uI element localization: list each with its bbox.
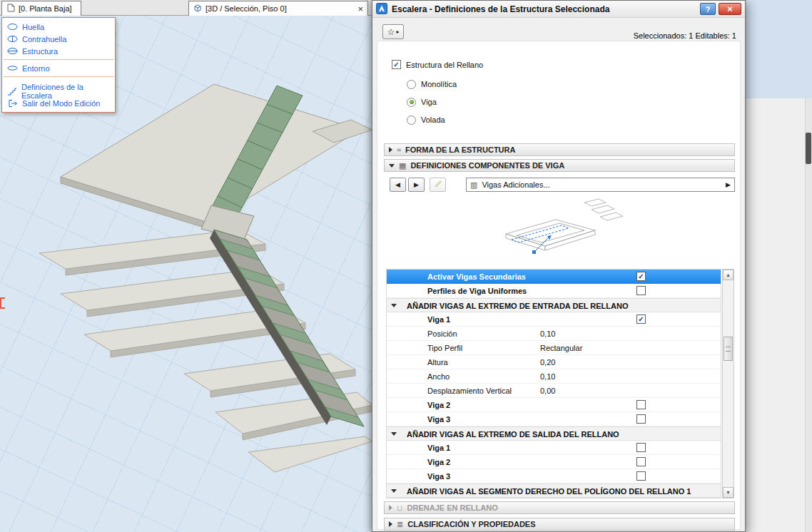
row-checkbox[interactable]: ✓ xyxy=(636,314,646,324)
row-label: Viga 3 xyxy=(427,412,450,426)
expander-expanded-icon xyxy=(389,164,395,168)
row-checkbox[interactable] xyxy=(636,471,646,481)
row-checkbox[interactable] xyxy=(636,400,646,409)
row-checkbox[interactable]: ✓ xyxy=(636,272,646,281)
dialog-titlebar[interactable]: Escalera - Definiciones de la Estructura… xyxy=(372,1,745,18)
menu-item-label: Contrahuella xyxy=(22,35,66,44)
table-row[interactable]: Ancho0,10 xyxy=(387,369,721,384)
tab-bar: [0. Planta Baja] [3D / Selección, Piso 0… xyxy=(0,0,372,16)
scroll-down-button[interactable]: ▼ xyxy=(723,487,734,498)
table-row[interactable]: Activar Vigas Secundarias✓ xyxy=(387,270,721,284)
flyout-arrow-icon: ▸ xyxy=(396,29,399,35)
radio-icon[interactable] xyxy=(407,98,416,107)
viewport-3d[interactable]: [0. Planta Baja] [3D / Selección, Piso 0… xyxy=(0,0,372,532)
row-label: Viga 1 xyxy=(427,312,450,327)
environment-icon xyxy=(6,64,19,72)
row-value[interactable]: 0,10 xyxy=(540,327,555,341)
table-row[interactable]: Posición0,10 xyxy=(387,327,721,341)
scrollbar-thumb[interactable] xyxy=(724,337,733,361)
scroll-up-button[interactable]: ▲ xyxy=(723,270,734,280)
tab-close-icon[interactable]: × xyxy=(357,4,363,14)
titlebar-buttons: ? × xyxy=(700,3,741,15)
close-button[interactable]: × xyxy=(719,3,741,15)
radio-icon[interactable] xyxy=(407,116,416,125)
table-row[interactable]: Tipo PerfilRectangular xyxy=(387,341,721,355)
landing-structure-checkbox[interactable]: ✓ xyxy=(392,60,401,69)
row-label: Ancho xyxy=(427,369,450,384)
beam-preview-sketch xyxy=(477,198,641,266)
tab-label: [0. Planta Baja] xyxy=(19,4,72,13)
menu-item-definiciones-escalera[interactable]: Definiciones de la Escalera xyxy=(2,85,115,97)
section-label: DEFINICIONES COMPONENTES DE VIGA xyxy=(410,161,564,170)
side-scrollbar-thumb[interactable] xyxy=(806,133,811,164)
row-value[interactable]: Rectangular xyxy=(540,341,582,355)
edit-plane-marker xyxy=(0,297,5,309)
section-classification-icon: ≣ xyxy=(397,520,403,529)
row-label: Viga 3 xyxy=(427,469,450,484)
section-forma-estructura[interactable]: ≈ FORMA DE LA ESTRUCTURA xyxy=(384,143,735,156)
section-label: DRENAJE EN RELLANO xyxy=(407,503,498,512)
group-expander-icon[interactable] xyxy=(391,432,397,436)
table-row[interactable]: Viga 3 xyxy=(387,469,721,484)
help-button[interactable]: ? xyxy=(700,3,716,15)
structure-icon xyxy=(6,47,19,55)
section-clasificacion[interactable]: ≣ CLASIFICACIÓN Y PROPIEDADES xyxy=(384,518,735,531)
row-label: AÑADIR VIGAS AL SEGMENTO DERECHO DEL POL… xyxy=(407,484,691,498)
table-group-row[interactable]: AÑADIR VIGAS AL EXTREMO DE SALIDA DEL RE… xyxy=(387,426,721,441)
section-componentes-viga[interactable]: ▦ DEFINICIONES COMPONENTES DE VIGA xyxy=(384,159,735,172)
table-row[interactable]: Viga 3 xyxy=(387,412,721,426)
table-scrollbar[interactable]: ▲ ▼ xyxy=(722,269,734,498)
row-checkbox[interactable] xyxy=(636,457,646,466)
table-group-row[interactable]: AÑADIR VIGAS AL EXTREMO DE ENTRADA DEL R… xyxy=(387,298,721,312)
row-checkbox[interactable] xyxy=(636,286,646,295)
table-row[interactable]: Altura0,20 xyxy=(387,355,721,369)
row-value[interactable]: 0,10 xyxy=(540,369,555,384)
radio-monolitica[interactable]: Monolítica xyxy=(407,79,457,89)
next-beam-button[interactable]: ▶ xyxy=(408,178,425,192)
menu-item-salir-modo-edicion[interactable]: Salir del Modo Edición xyxy=(2,97,115,109)
table-row[interactable]: Viga 2 xyxy=(387,398,721,412)
menu-item-label: Huella xyxy=(22,23,44,31)
expander-collapsed-icon xyxy=(389,505,392,511)
row-value[interactable]: 0,00 xyxy=(540,384,555,398)
section-drenaje[interactable]: ⊔ DRENAJE EN RELLANO xyxy=(384,501,735,514)
app-window: [0. Planta Baja] [3D / Selección, Piso 0… xyxy=(0,0,812,532)
table-row[interactable]: Perfiles de Viga Uniformes xyxy=(387,284,721,298)
next-arrow-icon: ▶ xyxy=(414,181,419,188)
dialog-title: Escalera - Definiciones de la Estructura… xyxy=(392,4,609,14)
row-label: Altura xyxy=(427,355,448,369)
section-beam-components-icon: ▦ xyxy=(399,161,406,170)
table-row[interactable]: Viga 1 xyxy=(387,441,721,455)
table-row[interactable]: Viga 1✓ xyxy=(387,312,721,327)
radio-viga[interactable]: Viga xyxy=(407,97,437,107)
row-label: Viga 2 xyxy=(427,455,450,469)
radio-volada[interactable]: Volada xyxy=(407,115,445,125)
beam-set-dropdown[interactable]: ▥ Vigas Adicionales... ▶ xyxy=(466,178,735,192)
row-checkbox[interactable] xyxy=(636,443,646,452)
table-group-row[interactable]: AÑADIR VIGAS AL SEGMENTO DERECHO DEL POL… xyxy=(387,484,721,498)
beam-preview xyxy=(384,198,735,266)
exit-edit-mode-icon xyxy=(6,99,19,108)
edit-beam-button[interactable] xyxy=(430,178,446,192)
dropdown-arrow-icon[interactable]: ▶ xyxy=(726,181,731,188)
tab-3d-seleccion[interactable]: [3D / Selección, Piso 0] × xyxy=(188,1,368,16)
group-expander-icon[interactable] xyxy=(391,489,397,493)
menu-item-entorno[interactable]: Entorno xyxy=(2,62,115,74)
menu-item-contrahuella[interactable]: Contrahuella xyxy=(2,33,115,45)
favorites-button[interactable]: ☆ ▸ xyxy=(382,24,404,39)
radio-icon[interactable] xyxy=(407,80,416,89)
landing-structure-row[interactable]: ✓ Estructura del Rellano xyxy=(392,60,483,69)
menu-item-huella[interactable]: Huella xyxy=(2,21,115,33)
row-value[interactable]: 0,20 xyxy=(540,355,555,369)
prev-beam-button[interactable]: ◀ xyxy=(390,178,406,192)
group-expander-icon[interactable] xyxy=(391,304,397,307)
star-icon: ☆ xyxy=(387,27,395,37)
table-row[interactable]: Desplazamiento Vertical0,00 xyxy=(387,384,721,398)
row-checkbox[interactable] xyxy=(636,414,646,424)
table-row[interactable]: Viga 2 xyxy=(387,455,721,469)
menu-item-estructura[interactable]: Estructura xyxy=(2,45,115,57)
beam-set-dropdown-label: Vigas Adicionales... xyxy=(482,180,549,189)
tab-planta-baja[interactable]: [0. Planta Baja] xyxy=(1,1,81,16)
riser-icon xyxy=(6,35,19,43)
check-icon: ✓ xyxy=(393,61,399,68)
